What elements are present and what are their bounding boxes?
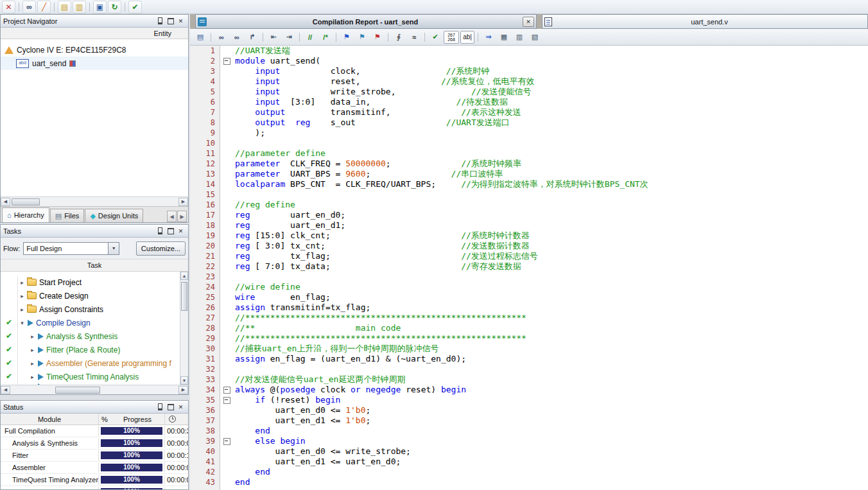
code-line[interactable]: 6 input [3:0] data_in, //待发送数据 [190, 97, 868, 107]
decrease-indent-icon[interactable]: ⇤ [266, 30, 281, 44]
task-row[interactable]: ✔▸Assembler (Generate programming f [1, 356, 180, 370]
navigator-hscrollbar[interactable]: ◀ ▶ [1, 197, 188, 206]
float-button[interactable] [166, 227, 175, 236]
code-line[interactable]: 7 output transmitinf, //表示这种发送 [190, 107, 868, 118]
code-line[interactable]: 9 ); [190, 128, 868, 138]
uncomment-icon[interactable]: /* [318, 30, 333, 44]
code-line[interactable]: 11//parameter define [190, 148, 868, 159]
code-line[interactable]: 40 uart_en_d0 <= write_strobe; [190, 446, 868, 457]
programmer-icon[interactable]: ▣ [93, 1, 107, 13]
report-window-titlebar[interactable]: Compilation Report - uart_send ✕ [195, 14, 537, 29]
refresh-icon[interactable]: ↻ [108, 1, 121, 13]
tasks-vscrollbar[interactable]: ▲ ▼ [180, 272, 188, 385]
expander-icon[interactable]: ▸ [18, 293, 26, 299]
pin-button[interactable] [155, 403, 165, 412]
editor-window-titlebar[interactable]: uart_send.v [542, 14, 868, 29]
code-line[interactable]: 43end [190, 477, 868, 487]
code-line[interactable]: 42 end [190, 467, 868, 477]
code-line[interactable]: 13parameter UART_BPS = 9600; //串口波特率 [190, 169, 868, 179]
code-line[interactable]: 15 [190, 189, 868, 200]
expander-icon[interactable]: ▸ [18, 306, 26, 313]
customize-button[interactable]: Customize... [136, 241, 186, 256]
task-row[interactable]: ▸Assign Constraints [1, 302, 180, 316]
clear-bookmarks-icon[interactable]: ⚑ [370, 30, 385, 44]
code-line[interactable]: 14localparam BPS_CNT = CLK_FREQ/UART_BPS… [190, 179, 868, 189]
task-row[interactable]: ✔▸Fitter (Place & Route) [1, 343, 180, 356]
code-line[interactable]: 8 output reg s_out //UART发送端口 [190, 118, 868, 128]
scroll-down-arrow[interactable]: ▼ [180, 376, 188, 385]
next-marker-icon[interactable]: ⇒ [482, 30, 496, 44]
expander-icon[interactable]: ▾ [18, 320, 26, 326]
code-line[interactable]: 39 else begin [190, 436, 868, 446]
settings-icon[interactable]: ▤ [58, 1, 71, 13]
scroll-thumb[interactable] [181, 282, 187, 311]
pin-button[interactable] [155, 17, 165, 26]
window-split-icon[interactable]: ▧ [528, 30, 542, 44]
report-close-button[interactable]: ✕ [523, 17, 534, 27]
scroll-thumb[interactable] [55, 387, 100, 394]
task-row[interactable]: ▸Start Project [1, 276, 180, 289]
goto-icon[interactable]: ↱ [245, 30, 259, 44]
syntax-check-icon[interactable]: ✔ [428, 30, 442, 44]
float-button[interactable] [166, 17, 175, 26]
code-line[interactable]: 30//捕获uart_en上升沿，得到一个时钟周期的脉冲信号 [190, 344, 868, 354]
navigator-item[interactable]: abduart_send [1, 57, 188, 70]
symbol-icon[interactable]: ≈ [407, 30, 421, 44]
expander-icon[interactable]: ▸ [28, 383, 37, 385]
code-line[interactable]: 2module uart_send( [190, 56, 868, 66]
code-area[interactable]: 1//UART发送端2module uart_send(3 input cloc… [190, 46, 868, 490]
fold-marker-icon[interactable] [220, 385, 235, 395]
scroll-left-arrow[interactable]: ◀ [1, 198, 10, 206]
scroll-track[interactable] [10, 386, 178, 394]
stop-process-icon[interactable]: ✕ [2, 1, 15, 13]
check-netlist-icon[interactable]: ✔ [128, 1, 142, 13]
attach-icon[interactable]: ∮ [392, 30, 406, 44]
comment-icon[interactable]: // [303, 30, 317, 44]
address-book-icon[interactable]: ▥ [73, 1, 86, 13]
code-line[interactable]: 22reg [ 7:0] tx_data; //寄存发送数据 [190, 261, 868, 272]
expander-icon[interactable]: ▸ [28, 360, 37, 367]
fold-marker-icon[interactable] [220, 436, 235, 446]
task-row[interactable]: ▸Create Design [1, 289, 180, 302]
code-line[interactable]: 23 [190, 272, 868, 282]
task-row[interactable]: ✔▸EDA Netlist Writer [1, 383, 180, 385]
code-line[interactable]: 17reg uart_en_d0; [190, 210, 868, 220]
task-row[interactable]: ✔▾Compile Design [1, 316, 180, 329]
code-line[interactable]: 24//wire define [190, 282, 868, 292]
fold-marker-icon[interactable] [220, 56, 235, 66]
code-line[interactable]: 5 input write_strobe, //发送使能信号 [190, 87, 868, 97]
code-line[interactable]: 16//reg define [190, 200, 868, 210]
assignment-editor-icon[interactable]: ╱ [37, 1, 51, 13]
close-button[interactable]: ✕ [176, 227, 186, 236]
code-line[interactable]: 21reg tx_flag; //发送过程标志信号 [190, 251, 868, 261]
code-line[interactable]: 28//** main code [190, 323, 868, 333]
flow-dropdown[interactable]: Full Design ▼ [23, 242, 119, 255]
scroll-left-arrow[interactable]: ◀ [1, 386, 10, 394]
code-line[interactable]: 26assign transmitinf=tx_flag; [190, 302, 868, 313]
code-line[interactable]: 41 uart_en_d1 <= uart_en_d0; [190, 457, 868, 467]
tabs-scroll-left[interactable]: ◀ [167, 211, 177, 222]
tab-design-units[interactable]: ◆Design Units [85, 209, 143, 222]
code-line[interactable]: 36 uart_en_d0 <= 1'b0; [190, 405, 868, 416]
code-line[interactable]: 37 uart_en_d1 <= 1'b0; [190, 416, 868, 426]
find-icon[interactable]: ∞ [214, 30, 229, 44]
expander-icon[interactable]: ▸ [28, 374, 37, 380]
close-button[interactable]: ✕ [176, 17, 186, 26]
code-line[interactable]: 29//************************************… [190, 333, 868, 344]
task-row[interactable]: ✔▸Analysis & Synthesis [1, 329, 180, 343]
float-button[interactable] [166, 403, 175, 412]
code-line[interactable]: 20reg [ 3:0] tx_cnt; //发送数据计数器 [190, 241, 868, 251]
tab-hierarchy[interactable]: ⌂Hierarchy [2, 207, 49, 222]
code-line[interactable]: 12parameter CLK_FREQ = 50000000; //系统时钟频… [190, 159, 868, 169]
tabs-scroll-right[interactable]: ▶ [177, 211, 187, 222]
close-button[interactable]: ✕ [176, 403, 186, 412]
toggle-bookmark-icon[interactable]: ⚑ [340, 30, 354, 44]
scroll-right-arrow[interactable]: ▶ [178, 198, 188, 206]
code-line[interactable]: 25wire en_flag; [190, 292, 868, 302]
window-cascade-icon[interactable]: ▦ [497, 30, 511, 44]
expander-icon[interactable]: ▸ [28, 347, 37, 353]
code-line[interactable]: 27//************************************… [190, 313, 868, 323]
expander-icon[interactable]: ▸ [28, 333, 37, 340]
task-row[interactable]: ✔▸TimeQuest Timing Analysis [1, 370, 180, 383]
next-bookmark-icon[interactable]: ⚑ [355, 30, 369, 44]
